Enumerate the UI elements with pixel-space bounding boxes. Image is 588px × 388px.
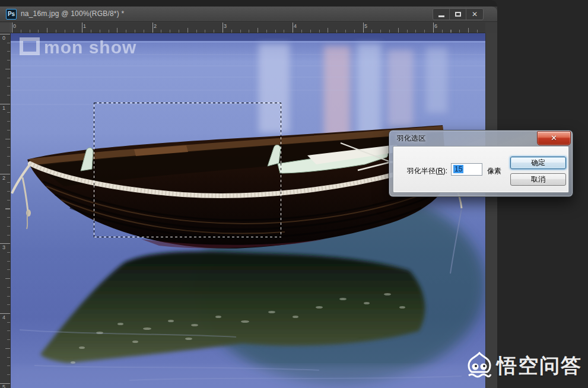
feather-radius-input[interactable]: 15	[451, 163, 482, 176]
minimize-icon	[438, 15, 444, 17]
maximize-button[interactable]	[450, 9, 466, 20]
close-icon: ✕	[551, 133, 557, 142]
selected-input-text: 15	[453, 165, 463, 173]
dialog-title: 羽化选区	[397, 131, 425, 147]
ruler-corner	[0, 23, 11, 33]
ok-button[interactable]: 确定	[510, 157, 566, 169]
window-right-border	[485, 33, 497, 388]
vruler-label: 5	[2, 384, 5, 388]
hruler-label: 0	[13, 24, 16, 29]
hruler-label: 1	[83, 24, 86, 29]
vruler-label: 2	[2, 176, 5, 181]
wukong-logo-text: 悟空问答	[497, 351, 582, 380]
window-controls: ✕	[433, 8, 484, 20]
dialog-body: 羽化半径(R): 15 像素 确定 取消	[393, 146, 569, 193]
hruler-label: 5	[364, 24, 367, 29]
wukong-monkey-icon	[466, 351, 494, 380]
horizontal-ruler[interactable]: 0 1 2 3 4 5 6	[11, 23, 485, 33]
document-title: na_16m.jpg @ 100%(RGB/8*) *	[21, 7, 124, 21]
feather-selection-dialog: 羽化选区 ✕ 羽化半径(R): 15 像素 确定 取消	[389, 130, 573, 197]
hruler-label: 4	[294, 24, 297, 29]
hruler-label: 3	[224, 24, 227, 29]
vruler-label: 4	[2, 315, 5, 320]
hruler-label: 2	[154, 24, 157, 29]
dialog-close-button[interactable]: ✕	[537, 131, 571, 145]
cancel-button[interactable]: 取消	[510, 173, 566, 186]
minimize-button[interactable]	[433, 9, 450, 20]
close-icon: ✕	[472, 10, 478, 18]
photoshop-app-icon: Ps	[6, 9, 17, 20]
window-top-strip	[0, 0, 497, 7]
screenshot-stage: Ps na_16m.jpg @ 100%(RGB/8*) * ✕ 0 1 2 3…	[0, 0, 588, 388]
feather-radius-label: 羽化半径(R):	[407, 166, 447, 176]
hruler-label: 6	[434, 24, 437, 29]
vruler-label: 1	[2, 106, 5, 111]
maximize-icon	[455, 12, 461, 17]
dialog-titlebar[interactable]: 羽化选区 ✕	[389, 131, 573, 146]
vertical-ruler[interactable]: 0 1 2 3 4 5	[0, 33, 11, 388]
watermark-text: mon show	[44, 37, 136, 57]
wukong-qa-logo: 悟空问答	[466, 351, 582, 380]
vruler-label: 0	[2, 36, 5, 41]
boat-photo: mon show	[11, 33, 485, 388]
watermark: mon show	[21, 37, 136, 57]
vruler-label: 3	[2, 245, 5, 250]
unit-label: 像素	[487, 166, 501, 176]
image-canvas[interactable]: mon show	[11, 33, 485, 388]
close-button[interactable]: ✕	[466, 9, 483, 20]
document-titlebar[interactable]: Ps na_16m.jpg @ 100%(RGB/8*) * ✕	[0, 7, 497, 22]
